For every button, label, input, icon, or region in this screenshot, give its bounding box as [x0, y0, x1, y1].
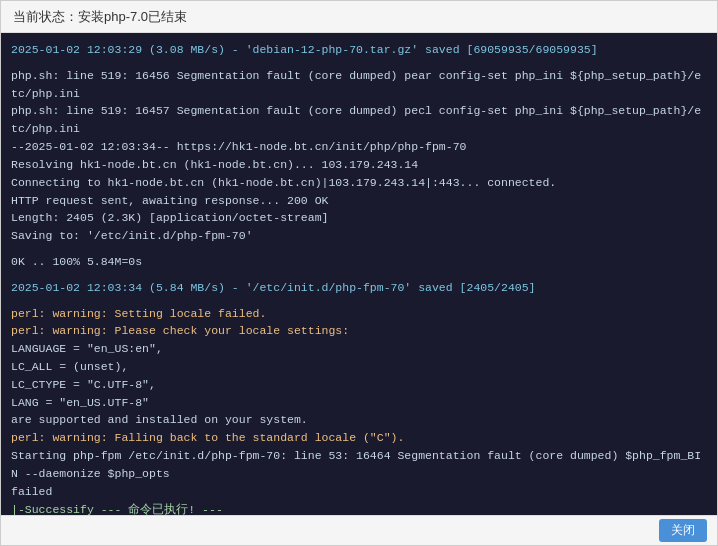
main-window: 当前状态：安装php-7.0已结束 2025-01-02 12:03:29 (3…	[0, 0, 718, 546]
close-button[interactable]: 关闭	[659, 519, 707, 542]
terminal-line: HTTP request sent, awaiting response... …	[11, 192, 707, 210]
terminal-line: php.sh: line 519: 16457 Segmentation fau…	[11, 102, 707, 138]
terminal-line	[11, 271, 707, 279]
terminal-line: failed	[11, 483, 707, 501]
terminal-line: php.sh: line 519: 16456 Segmentation fau…	[11, 67, 707, 103]
terminal-line: Saving to: '/etc/init.d/php-fpm-70'	[11, 227, 707, 245]
title-text: 当前状态：安装php-7.0已结束	[13, 8, 187, 26]
terminal-line: LC_CTYPE = "C.UTF-8",	[11, 376, 707, 394]
terminal-line: are supported and installed on your syst…	[11, 411, 707, 429]
terminal-line: Resolving hk1-node.bt.cn (hk1-node.bt.cn…	[11, 156, 707, 174]
bottom-bar: 关闭	[1, 515, 717, 545]
terminal-line	[11, 245, 707, 253]
terminal-line: perl: warning: Falling back to the stand…	[11, 429, 707, 447]
terminal-line: 2025-01-02 12:03:34 (5.84 MB/s) - '/etc/…	[11, 279, 707, 297]
terminal-line: LC_ALL = (unset),	[11, 358, 707, 376]
terminal-line: |-Successify --- 命令已执行! ---	[11, 501, 707, 516]
terminal-line: Length: 2405 (2.3K) [application/octet-s…	[11, 209, 707, 227]
terminal-line: 0K .. 100% 5.84M=0s	[11, 253, 707, 271]
terminal-line: --2025-01-02 12:03:34-- https://hk1-node…	[11, 138, 707, 156]
terminal-body[interactable]: 2025-01-02 12:03:29 (3.08 MB/s) - 'debia…	[1, 33, 717, 515]
terminal-line: Starting php-fpm /etc/init.d/php-fpm-70:…	[11, 447, 707, 483]
terminal-line: 2025-01-02 12:03:29 (3.08 MB/s) - 'debia…	[11, 41, 707, 59]
terminal-line	[11, 59, 707, 67]
title-bar: 当前状态：安装php-7.0已结束	[1, 1, 717, 33]
terminal-line: perl: warning: Please check your locale …	[11, 322, 707, 340]
terminal-line: LANG = "en_US.UTF-8"	[11, 394, 707, 412]
terminal-line: Connecting to hk1-node.bt.cn (hk1-node.b…	[11, 174, 707, 192]
terminal-line: perl: warning: Setting locale failed.	[11, 305, 707, 323]
terminal-line: LANGUAGE = "en_US:en",	[11, 340, 707, 358]
terminal-line	[11, 297, 707, 305]
